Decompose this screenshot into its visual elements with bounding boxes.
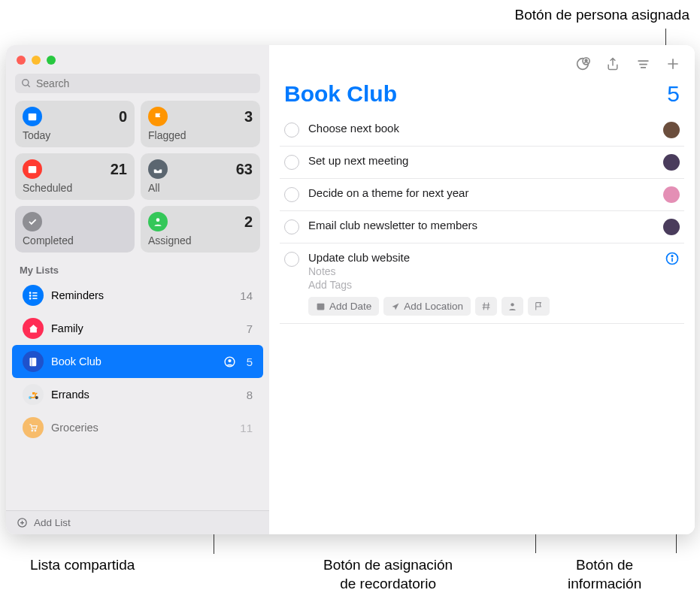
reminder-title: Choose next book xyxy=(308,122,654,135)
svg-point-18 xyxy=(32,430,33,431)
zoom-window-button[interactable] xyxy=(47,56,56,65)
smart-label: All xyxy=(148,182,253,194)
callout-info: Botón de información xyxy=(568,556,641,593)
svg-rect-31 xyxy=(317,304,325,310)
svg-point-5 xyxy=(156,218,160,222)
cart-icon xyxy=(23,417,44,438)
list-item-family[interactable]: Family 7 xyxy=(12,312,263,345)
smart-list-completed[interactable]: Completed xyxy=(15,206,135,253)
complete-radio[interactable] xyxy=(284,219,299,234)
reminder-row[interactable]: Set up next meeting xyxy=(280,147,684,179)
assign-reminder-button[interactable] xyxy=(502,297,523,316)
list-item-reminders[interactable]: Reminders 14 xyxy=(12,279,263,312)
list-name: Book Club xyxy=(51,355,216,367)
smart-label: Scheduled xyxy=(23,182,127,194)
list-count: 11 xyxy=(240,422,253,434)
add-list-button[interactable]: Add List xyxy=(6,510,269,534)
share-sheet-button[interactable] xyxy=(605,56,621,72)
reminder-title: Set up next meeting xyxy=(308,154,654,167)
calendar-icon xyxy=(23,159,42,179)
svg-point-39 xyxy=(671,256,673,257)
list-icon xyxy=(23,285,44,306)
smart-count: 63 xyxy=(236,161,253,178)
smart-list-today[interactable]: 0 Today xyxy=(15,101,135,147)
complete-radio[interactable] xyxy=(284,187,299,202)
check-icon xyxy=(23,212,42,231)
list-title: Book Club xyxy=(284,81,397,107)
smart-list-flagged[interactable]: 3 Flagged xyxy=(141,101,260,147)
reminder-title: Email club newsletter to members xyxy=(308,219,654,231)
smart-lists-grid: 0 Today 3 Flagged xyxy=(6,101,269,260)
svg-point-19 xyxy=(35,430,36,431)
hash-icon xyxy=(481,301,491,311)
complete-radio[interactable] xyxy=(284,155,299,170)
tray-icon xyxy=(148,159,168,179)
add-tags-field[interactable]: Add Tags xyxy=(308,279,656,291)
reminders-list: Choose next book Set up next meeting Dec… xyxy=(269,114,695,324)
add-list-label: Add List xyxy=(34,517,71,528)
smart-label: Flagged xyxy=(148,129,253,141)
svg-point-6 xyxy=(29,292,30,293)
location-icon xyxy=(391,302,400,311)
flag-reminder-button[interactable] xyxy=(528,297,550,316)
svg-line-1 xyxy=(28,85,30,87)
shared-icon xyxy=(223,355,236,368)
info-button[interactable] xyxy=(665,251,680,266)
complete-radio[interactable] xyxy=(284,122,299,138)
flag-icon xyxy=(148,107,168,126)
smart-label: Assigned xyxy=(148,234,253,247)
smart-list-assigned[interactable]: 2 Assigned xyxy=(141,206,260,253)
user-lists: Reminders 14 Family 7 Book Club 5 xyxy=(6,279,269,510)
svg-point-14 xyxy=(228,358,231,361)
svg-point-7 xyxy=(29,295,30,295)
reminder-row[interactable]: Email club newsletter to members xyxy=(280,211,684,243)
assignee-avatar[interactable] xyxy=(663,219,680,235)
svg-point-25 xyxy=(585,59,587,62)
reminder-row[interactable]: Choose next book xyxy=(280,114,684,147)
app-window: 0 Today 3 Flagged xyxy=(6,45,695,534)
add-location-button[interactable]: Add Location xyxy=(383,297,471,316)
add-tag-button[interactable] xyxy=(475,297,497,316)
complete-radio[interactable] xyxy=(284,252,299,267)
svg-point-16 xyxy=(35,395,38,398)
smart-list-all[interactable]: 63 All xyxy=(141,153,260,200)
chip-label: Add Date xyxy=(329,301,371,312)
notes-field[interactable]: Notes xyxy=(308,265,656,277)
assignee-avatar[interactable] xyxy=(663,122,680,138)
home-icon xyxy=(23,318,44,339)
list-count: 8 xyxy=(247,389,253,401)
reminder-row[interactable]: Decide on a theme for next year xyxy=(280,179,684,211)
list-item-book-club[interactable]: Book Club 5 xyxy=(12,345,263,378)
smart-label: Completed xyxy=(23,234,127,247)
search-icon xyxy=(21,78,32,89)
window-controls xyxy=(6,45,269,71)
assignee-avatar[interactable] xyxy=(663,186,680,203)
book-icon xyxy=(23,351,44,372)
view-options-button[interactable] xyxy=(635,56,651,72)
minimize-window-button[interactable] xyxy=(32,56,41,65)
share-list-button[interactable] xyxy=(574,56,591,72)
smart-list-scheduled[interactable]: 21 Scheduled xyxy=(15,153,135,200)
search-input[interactable] xyxy=(36,77,254,89)
close-window-button[interactable] xyxy=(17,56,26,65)
svg-rect-3 xyxy=(29,113,37,116)
reminder-title: Update club website xyxy=(308,251,656,264)
list-count: 5 xyxy=(247,355,253,368)
svg-point-8 xyxy=(29,298,30,298)
chip-label: Add Location xyxy=(404,301,463,312)
search-field[interactable] xyxy=(15,74,260,93)
svg-line-32 xyxy=(483,303,484,310)
list-item-groceries[interactable]: Groceries 11 xyxy=(12,411,263,444)
svg-line-33 xyxy=(488,303,489,310)
smart-count: 21 xyxy=(111,161,127,178)
assignee-avatar[interactable] xyxy=(663,154,680,171)
toolbar xyxy=(269,45,695,77)
new-reminder-button[interactable] xyxy=(665,56,681,72)
add-date-button[interactable]: Add Date xyxy=(308,297,379,316)
person-icon xyxy=(148,212,168,231)
smart-count: 3 xyxy=(244,108,253,126)
list-item-errands[interactable]: Errands 8 xyxy=(12,378,263,411)
reminder-row-expanded[interactable]: Update club website Notes Add Tags Add D… xyxy=(280,243,684,324)
smart-count: 2 xyxy=(244,213,253,231)
list-name: Family xyxy=(51,322,239,334)
